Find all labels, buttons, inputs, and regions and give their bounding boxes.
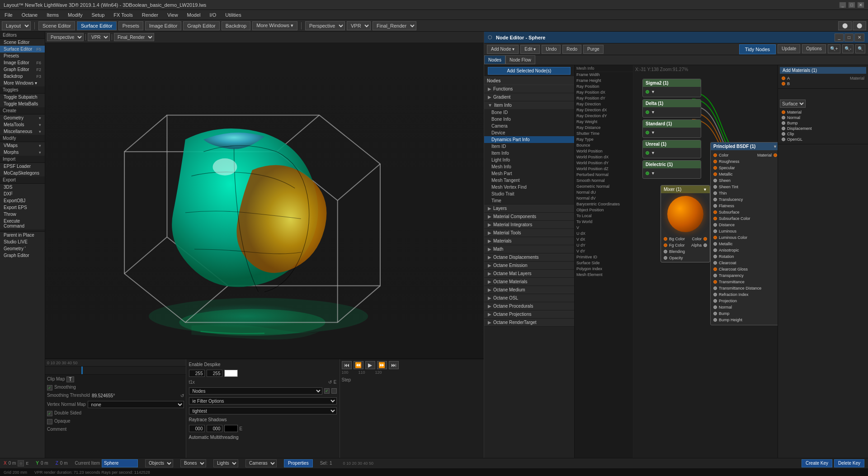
nc-math-header[interactable]: ▶ Math bbox=[484, 245, 574, 253]
vertex-normal-map-dropdown[interactable]: none bbox=[88, 401, 184, 408]
menu-view[interactable]: View bbox=[163, 10, 183, 19]
render-mode-dropdown[interactable]: Final_Render bbox=[114, 33, 154, 41]
sidebar-geometry2[interactable]: Geometry ' bbox=[0, 245, 45, 252]
nc-oct-proj-header[interactable]: ▶ Octane Projections bbox=[484, 310, 574, 318]
graph-editor-btn[interactable]: Graph Editor bbox=[183, 21, 219, 30]
toggle2-btn[interactable]: ⬤ bbox=[853, 21, 866, 30]
color-swatch[interactable] bbox=[224, 370, 238, 377]
nc-oct-rt-header[interactable]: ▶ Octane RenderTarget bbox=[484, 319, 574, 326]
ne-close-btn[interactable]: ✕ bbox=[854, 33, 864, 42]
ne-undo-btn[interactable]: Undo bbox=[542, 45, 561, 54]
nc-mesh-part[interactable]: Mesh Part bbox=[484, 170, 574, 177]
nc-bone-info[interactable]: Bone Info bbox=[484, 116, 574, 123]
ne-add-node-btn[interactable]: Add Node ▾ bbox=[487, 45, 519, 54]
nc-oct-proc-header[interactable]: ▶ Octane Procedurals bbox=[484, 302, 574, 310]
nc-layers-header[interactable]: ▶ Layers bbox=[484, 205, 574, 212]
sidebar-export-eps[interactable]: Export EPS bbox=[0, 204, 45, 211]
menu-fxtools[interactable]: FX Tools bbox=[109, 10, 137, 19]
color-r-input[interactable] bbox=[189, 370, 205, 377]
sidebar-vmaps[interactable]: VMaps ▾ bbox=[0, 142, 45, 149]
nc-oct-med-header[interactable]: ▶ Octane Medium bbox=[484, 286, 574, 294]
more-windows-btn[interactable]: More Windows ▾ bbox=[252, 21, 297, 30]
nc-oct-disp-header[interactable]: ▶ Octane Displacements bbox=[484, 253, 574, 261]
render-preset-dropdown[interactable]: Final_Render bbox=[373, 21, 416, 30]
toggle1-btn[interactable]: ⬤ bbox=[838, 21, 852, 30]
nc-functions-header[interactable]: ▶ Functions bbox=[484, 85, 574, 93]
unreal-node[interactable]: Unreal (1) ▼ bbox=[642, 140, 701, 158]
menu-model[interactable]: Model bbox=[183, 10, 205, 19]
tidy-nodes-btn[interactable]: Tidy Nodes bbox=[739, 44, 776, 54]
ne-search-btn[interactable]: 🔍 bbox=[855, 44, 865, 53]
nc-mesh-info[interactable]: Mesh Info bbox=[484, 163, 574, 170]
timeline-track[interactable] bbox=[45, 367, 186, 375]
mode-dropdown[interactable]: Layout bbox=[2, 21, 31, 30]
shadow-g-input[interactable] bbox=[207, 425, 222, 432]
objects-dropdown[interactable]: Objects bbox=[145, 459, 173, 467]
nc-oct-mat-header[interactable]: ▶ Octane Materials bbox=[484, 278, 574, 286]
sidebar-graph-editor2[interactable]: Graph Editor bbox=[0, 252, 45, 259]
play-start-btn[interactable]: ⏮ bbox=[342, 361, 352, 369]
backdrop-btn[interactable]: Backdrop bbox=[222, 21, 250, 30]
sidebar-geometry[interactable]: Geometry ▾ bbox=[0, 114, 45, 121]
ne-min-btn[interactable]: _ bbox=[835, 33, 844, 42]
ne-tab-nodeflow[interactable]: Node Flow bbox=[505, 55, 535, 64]
sidebar-morphs[interactable]: Morphs ▾ bbox=[0, 149, 45, 156]
ne-update-btn[interactable]: Update bbox=[778, 44, 800, 53]
sidebar-more-windows[interactable]: More Windows ▾ bbox=[0, 80, 45, 86]
nodes-dropdown[interactable]: Nodes bbox=[189, 387, 322, 395]
tightest-dropdown[interactable]: tightest bbox=[189, 407, 337, 414]
cameras-dropdown[interactable]: Cameras bbox=[245, 459, 277, 467]
play-end-btn[interactable]: ⏭ bbox=[389, 361, 399, 369]
nodes-check2[interactable] bbox=[331, 388, 337, 394]
sidebar-studio-live[interactable]: Studio LIVE bbox=[0, 238, 45, 245]
current-item-input[interactable] bbox=[102, 459, 138, 467]
nc-mat-int-header[interactable]: ▶ Material Integrators bbox=[484, 221, 574, 228]
maximize-btn[interactable]: □ bbox=[848, 2, 855, 8]
smoothing-checkbox[interactable] bbox=[47, 385, 52, 390]
sidebar-throw[interactable]: Throw bbox=[0, 211, 45, 218]
ne-redo-btn[interactable]: Redo bbox=[562, 45, 581, 54]
surface-type-dropdown[interactable]: Surface bbox=[780, 100, 806, 108]
minimize-btn[interactable]: _ bbox=[839, 2, 846, 8]
bones-dropdown[interactable]: Bones bbox=[180, 459, 206, 467]
vpr-dropdown[interactable]: VPR bbox=[347, 21, 371, 30]
play-next-btn[interactable]: ⏩ bbox=[377, 361, 387, 369]
nc-device[interactable]: Device bbox=[484, 129, 574, 136]
sidebar-execute-cmd[interactable]: Execute Command bbox=[0, 218, 45, 229]
sidebar-presets[interactable]: Presets bbox=[0, 52, 45, 59]
viewport-type-dropdown[interactable]: Perspective bbox=[305, 21, 345, 30]
nc-camera[interactable]: Camera bbox=[484, 123, 574, 129]
shadow-r-input[interactable] bbox=[189, 425, 205, 432]
principled-bsdf-node[interactable]: Principled BSDF (1) ▼ Color Material bbox=[710, 142, 778, 325]
play-btn[interactable]: ▶ bbox=[365, 361, 375, 369]
sidebar-scene-editor[interactable]: Scene Editor bbox=[0, 39, 45, 46]
x-e-btn[interactable]: E bbox=[26, 461, 28, 466]
properties-btn[interactable]: Properties bbox=[284, 459, 313, 467]
close-btn[interactable]: ✕ bbox=[857, 2, 864, 8]
vpr-mode-dropdown[interactable]: VPR bbox=[88, 33, 110, 41]
nc-materials-header[interactable]: ▶ Materials bbox=[484, 237, 574, 245]
sidebar-epsf[interactable]: EPSF Loader bbox=[0, 163, 45, 170]
menu-setup[interactable]: Setup bbox=[87, 10, 109, 19]
node-canvas[interactable]: X:-31 Y:138 Zoom:91.27% bbox=[633, 65, 778, 458]
sidebar-3ds[interactable]: 3DS bbox=[0, 184, 45, 190]
color-g-input[interactable] bbox=[207, 370, 222, 377]
sidebar-misc[interactable]: Miscellaneous ▾ bbox=[0, 128, 45, 135]
sidebar-parent-in-place[interactable]: Parent in Place bbox=[0, 232, 45, 238]
ne-tab-nodes[interactable]: Nodes bbox=[484, 55, 505, 64]
menu-utilities[interactable]: Utilities bbox=[221, 10, 245, 19]
x-lock-btn[interactable]: ○ bbox=[18, 460, 24, 466]
double-sided-checkbox[interactable] bbox=[47, 411, 52, 416]
sidebar-metatools[interactable]: MetaTools ▾ bbox=[0, 121, 45, 128]
nc-mat-tools-header[interactable]: ▶ Material Tools bbox=[484, 229, 574, 237]
add-selected-btn[interactable]: Add Selected Node(s) bbox=[488, 67, 571, 75]
sidebar-mocap[interactable]: MoCapSkelegons bbox=[0, 170, 45, 176]
nc-item-id[interactable]: Item ID bbox=[484, 143, 574, 150]
filter-options-dropdown[interactable]: ie Filter Options bbox=[189, 397, 337, 405]
nodes-check1[interactable] bbox=[324, 388, 330, 394]
menu-items[interactable]: Items bbox=[42, 10, 63, 19]
scene-editor-btn[interactable]: Scene Editor bbox=[38, 21, 75, 30]
sidebar-toggle-metaballs[interactable]: Toggle MetaBalls bbox=[0, 100, 45, 107]
nc-item-info-header[interactable]: ▼ Item Info bbox=[484, 101, 574, 109]
surface-editor-btn[interactable]: Surface Editor bbox=[77, 21, 117, 30]
